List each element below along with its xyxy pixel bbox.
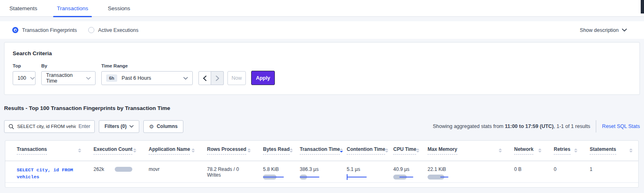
radio-transaction-fingerprints[interactable]: Transaction Fingerprints [12,27,77,33]
table-header-row: Transactions Execution Count Application… [5,141,638,161]
col-header-network[interactable]: Network [508,141,547,161]
top-label: Top [13,63,36,68]
execution-count-cell: 262k [87,161,142,182]
sort-icon[interactable] [192,148,195,153]
search-input-value: SELECT city, id FROM vehicles W [17,124,76,129]
radio-unselected-icon [88,27,94,33]
vertical-scrollbar-thumb[interactable] [641,0,644,13]
time-range-badge: 6h [106,74,117,82]
execution-count-value: 262k [94,166,104,172]
chevron-down-icon [183,77,188,80]
contention-time-stddev-line [347,177,367,178]
search-input[interactable]: SELECT city, id FROM vehicles W Enter [4,120,95,133]
top-select-value: 100 [18,75,26,81]
sort-icon[interactable] [574,148,577,153]
chevron-down-icon [86,77,91,80]
search-icon [9,124,14,129]
chevron-down-icon [622,29,627,31]
col-header-transaction-time[interactable]: Transaction Time [293,141,340,161]
search-criteria-panel: Search Criteria Top 100 By Transaction T… [4,42,640,95]
stats-time-range: 11:00 to 17:59 (UTC) [505,123,553,129]
sort-icon[interactable] [416,148,419,153]
top-select[interactable]: 100 [13,71,36,85]
sort-icon[interactable] [629,148,633,153]
execution-count-bar [115,167,132,172]
by-label: By [41,63,96,68]
cpu-time-cell: 40.9 µs [387,161,421,182]
aggregated-stats-text: Showing aggregated stats from 11:00 to 1… [433,123,591,129]
bytes-read-stddev-line [263,177,284,178]
time-range-label: Time Range [101,63,193,68]
col-header-retries[interactable]: Retries [547,141,583,161]
application-name-cell: movr [142,161,201,182]
sort-icon[interactable] [290,148,293,153]
col-header-statements[interactable]: Statements [583,141,638,161]
col-header-rows-processed[interactable]: Rows Processed [201,141,256,161]
col-header-bytes-read[interactable]: Bytes Read [256,141,293,161]
cpu-time-stddev-line [399,177,413,178]
network-cell: 0 B [508,161,547,182]
apply-button[interactable]: Apply [251,71,275,85]
time-range-value: Past 6 Hours [122,75,151,81]
transaction-fingerprint-link[interactable]: SELECT city, id FROM vehicles [17,167,73,180]
max-memory-cell: 22.1 KiB [421,161,508,182]
col-header-transactions[interactable]: Transactions [5,141,87,161]
col-header-max-memory[interactable]: Max Memory [421,141,508,161]
next-time-window-button[interactable] [211,71,224,85]
sort-icon[interactable] [499,148,502,153]
show-description-label: Show description [580,27,619,33]
transactions-page: Statements Transactions Sessions Transac… [0,0,644,188]
columns-label: Columns [157,123,178,129]
time-range-select[interactable]: 6h Past 6 Hours [101,71,193,85]
filters-button[interactable]: Filters (0) [99,120,139,133]
filters-label: Filters (0) [105,123,127,129]
statements-cell: 1 [583,161,638,182]
columns-button[interactable]: ⚙ Columns [143,120,183,133]
chevron-left-icon [203,76,207,81]
table-row: SELECT city, id FROM vehicles 262k movr … [5,161,638,182]
sort-icon[interactable] [133,148,136,153]
by-select[interactable]: Transaction Time [41,71,96,85]
contention-time-cell: 5.1 µs [340,161,387,182]
sort-icon[interactable] [247,148,251,153]
radio-selected-icon [12,27,18,33]
results-table-card: Transactions Execution Count Application… [5,140,639,188]
now-button[interactable]: Now [227,71,246,85]
time-window-arrows [198,71,224,85]
transaction-cell: SELECT city, id FROM vehicles [5,161,87,182]
search-criteria-title: Search Criteria [13,50,631,56]
radio-active-executions[interactable]: Active Executions [88,27,138,33]
max-memory-stddev-line [440,177,448,178]
chevron-down-icon [129,125,134,128]
col-header-execution-count[interactable]: Execution Count [87,141,142,161]
sort-icon[interactable] [78,148,81,153]
tab-sessions[interactable]: Sessions [104,5,134,16]
sort-icon[interactable] [340,148,343,153]
rows-processed-cell: 78.2 Reads / 0 Writes [201,161,256,182]
fingerprints-tabbar: Statements Transactions Sessions [0,0,644,17]
show-description-toggle[interactable]: Show description [580,27,627,33]
results-heading: Results - Top 100 Transaction Fingerprin… [4,105,644,111]
col-header-application-name[interactable]: Application Name [142,141,201,161]
tab-statements[interactable]: Statements [6,5,41,16]
col-header-contention-time[interactable]: Contention Time [340,141,387,161]
bytes-read-cell: 5.8 KiB [256,161,293,182]
gear-icon: ⚙ [149,124,154,129]
radio-label: Active Executions [98,27,138,33]
transaction-time-cell: 386.3 µs [293,161,340,182]
reset-sql-stats-link[interactable]: Reset SQL Stats [602,123,640,129]
previous-time-window-button[interactable] [198,71,211,85]
results-toolbar: SELECT city, id FROM vehicles W Enter Fi… [4,120,640,133]
col-header-cpu-time[interactable]: CPU Time [387,141,421,161]
sort-icon[interactable] [538,148,541,153]
vertical-divider [596,120,596,132]
chevron-right-icon [216,76,219,81]
sort-icon[interactable] [385,148,388,153]
tab-transactions[interactable]: Transactions [53,5,92,16]
view-toggle-strip: Transaction Fingerprints Active Executio… [0,21,644,39]
transaction-time-stddev-line [300,177,319,178]
radio-label: Transaction Fingerprints [22,27,77,33]
chevron-down-icon [30,77,35,80]
by-select-value: Transaction Time [46,72,82,84]
enter-hint: Enter [78,123,90,129]
